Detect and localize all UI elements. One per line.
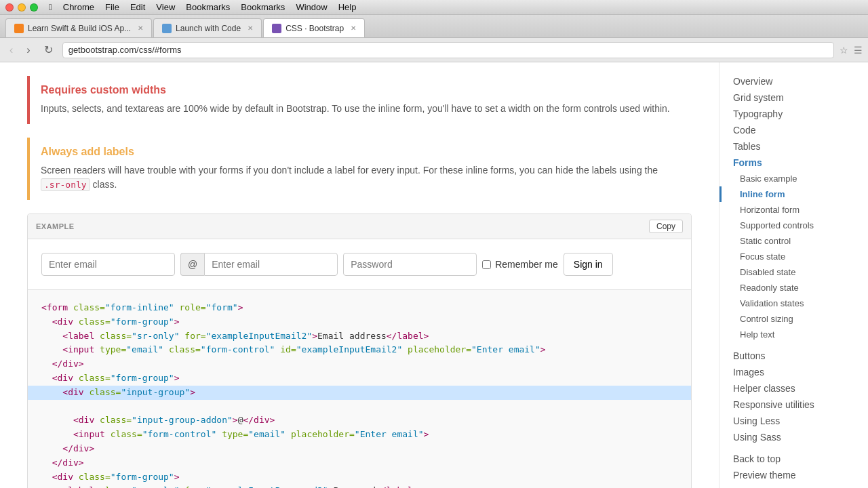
- titlebar:  Chrome File Edit View Bookmarks Bookma…: [0, 0, 868, 15]
- sidebar-item-buttons[interactable]: Buttons: [719, 348, 868, 364]
- example-label-text: EXAMPLE: [36, 222, 75, 230]
- code-line-13: <label class="sr-only" for="exampleInput…: [41, 485, 418, 488]
- close-button[interactable]: [5, 3, 14, 12]
- url-field[interactable]: getbootstrap.com/css/#forms: [62, 42, 834, 58]
- sidebar-item-grid[interactable]: Grid system: [719, 89, 868, 106]
- tab-favicon-launch: [162, 24, 172, 33]
- main-content: Requires custom widths Inputs, selects, …: [0, 62, 719, 488]
- menu-bar:  Chrome File Edit View Bookmarks Bookma…: [49, 2, 356, 12]
- code-line-11: </div>: [41, 458, 84, 468]
- sidebar-item-less[interactable]: Using Less: [719, 413, 868, 429]
- requires-title: Requires custom widths: [41, 84, 681, 96]
- sidebar-item-backtop[interactable]: Back to top: [719, 451, 868, 467]
- url-text: getbootstrap.com/css/#forms: [68, 45, 182, 55]
- sidebar-item-code[interactable]: Code: [719, 122, 868, 138]
- email-input-2[interactable]: [204, 253, 338, 276]
- sidebar-item-overview[interactable]: Overview: [719, 73, 868, 89]
- minimize-button[interactable]: [18, 3, 26, 12]
- example-content: @ Remember me Sign in: [28, 239, 691, 289]
- code-line-2: <div class="form-group">: [41, 317, 180, 327]
- input-group-at: @: [180, 253, 338, 276]
- code-line-6: <div class="form-group">: [41, 373, 180, 383]
- tab-close-launch[interactable]: ✕: [248, 24, 253, 32]
- code-line-1: <form class="form-inline" role="form">: [41, 302, 243, 312]
- always-title: Always add labels: [41, 146, 681, 158]
- code-line-12: <div class="form-group">: [41, 472, 180, 482]
- sidebar: Overview Grid system Typography Code Tab…: [719, 62, 868, 488]
- refresh-button[interactable]: ↻: [40, 42, 57, 58]
- sidebar-item-responsive[interactable]: Responsive utilities: [719, 396, 868, 413]
- tab-close-swift[interactable]: ✕: [138, 24, 143, 32]
- sidebar-item-typography[interactable]: Typography: [719, 106, 868, 122]
- window-menu[interactable]: Window: [296, 2, 327, 12]
- sidebar-item-tables[interactable]: Tables: [719, 138, 868, 155]
- copy-button[interactable]: Copy: [649, 220, 683, 233]
- apple-menu[interactable]: : [49, 2, 52, 12]
- at-addon: @: [180, 253, 204, 276]
- sidebar-item-inline[interactable]: Inline form: [719, 186, 868, 202]
- requires-box: Requires custom widths Inputs, selects, …: [27, 76, 692, 124]
- sidebar-item-images[interactable]: Images: [719, 364, 868, 380]
- password-input[interactable]: [343, 253, 477, 276]
- always-text: Screen readers will have trouble with yo…: [41, 163, 681, 192]
- sign-in-button[interactable]: Sign in: [564, 253, 613, 276]
- code-line-5: </div>: [41, 359, 84, 369]
- tab-label-bootstrap: CSS · Bootstrap: [285, 24, 344, 33]
- code-block: <form class="form-inline" role="form"> <…: [28, 289, 691, 488]
- code-line-7-hl: <div class="input-group">: [28, 386, 691, 400]
- window-controls: [5, 3, 38, 12]
- bookmarks-menu[interactable]: Bookmarks: [241, 2, 285, 12]
- sidebar-item-preview[interactable]: Preview theme: [719, 467, 868, 483]
- file-menu[interactable]: File: [105, 2, 119, 12]
- code-line-9: <input class="form-control" type="email"…: [41, 429, 429, 439]
- help-menu[interactable]: Help: [338, 2, 357, 12]
- sidebar-item-forms[interactable]: Forms: [719, 155, 868, 171]
- sidebar-item-readonly[interactable]: Readonly state: [719, 280, 868, 296]
- remember-checkbox[interactable]: [482, 260, 491, 269]
- tab-bar: Learn Swift & Build iOS Ap... ✕ Launch w…: [0, 15, 868, 38]
- chrome-menu[interactable]: Chrome: [63, 2, 94, 12]
- email-input-1[interactable]: [41, 253, 175, 276]
- remember-text: Remember me: [495, 259, 558, 270]
- sidebar-item-static[interactable]: Static control: [719, 233, 868, 249]
- example-label-bar: EXAMPLE Copy: [28, 214, 691, 239]
- history-menu[interactable]: Bookmarks: [186, 2, 230, 12]
- sidebar-item-supported[interactable]: Supported controls: [719, 218, 868, 233]
- requires-text: Inputs, selects, and textareas are 100% …: [41, 102, 681, 116]
- bookmark-icon[interactable]: ☆: [840, 45, 848, 56]
- code-line-8: <div class="input-group-addon">@</div>: [41, 415, 275, 425]
- remember-label[interactable]: Remember me: [482, 259, 558, 270]
- sidebar-item-sizing[interactable]: Control sizing: [719, 311, 868, 327]
- edit-menu[interactable]: Edit: [130, 2, 145, 12]
- always-box: Always add labels Screen readers will ha…: [27, 138, 692, 200]
- example-box: EXAMPLE Copy @ Remember me Sign in <form…: [27, 214, 692, 488]
- sidebar-item-sass[interactable]: Using Sass: [719, 429, 868, 445]
- tab-label-launch: Launch with Code: [176, 24, 241, 33]
- tab-launch[interactable]: Launch with Code ✕: [153, 18, 262, 37]
- always-code: .sr-only: [41, 178, 90, 191]
- tab-favicon-bootstrap: [272, 24, 281, 33]
- tab-bootstrap[interactable]: CSS · Bootstrap ✕: [263, 18, 365, 37]
- code-line-4: <input type="email" class="form-control"…: [41, 344, 546, 354]
- always-text-after: class.: [90, 179, 117, 190]
- tab-close-bootstrap[interactable]: ✕: [351, 24, 356, 32]
- code-line-3: <label class="sr-only" for="exampleInput…: [41, 331, 429, 341]
- back-button[interactable]: ‹: [5, 43, 17, 58]
- code-line-10: </div>: [41, 443, 94, 453]
- sidebar-item-disabled[interactable]: Disabled state: [719, 264, 868, 280]
- maximize-button[interactable]: [30, 3, 38, 12]
- settings-icon[interactable]: ☰: [854, 45, 863, 56]
- address-bar: ‹ › ↻ getbootstrap.com/css/#forms ☆ ☰: [0, 38, 868, 62]
- sidebar-item-helper[interactable]: Helper classes: [719, 380, 868, 396]
- tab-label-swift: Learn Swift & Build iOS Ap...: [28, 24, 131, 33]
- sidebar-item-horizontal[interactable]: Horizontal form: [719, 202, 868, 218]
- sidebar-item-validation[interactable]: Validation states: [719, 296, 868, 311]
- always-text-before: Screen readers will have trouble with yo…: [41, 165, 658, 176]
- sidebar-item-focus[interactable]: Focus state: [719, 249, 868, 264]
- tab-swift[interactable]: Learn Swift & Build iOS Ap... ✕: [5, 18, 152, 37]
- sidebar-item-basic[interactable]: Basic example: [719, 171, 868, 186]
- tab-favicon-swift: [14, 24, 24, 33]
- forward-button[interactable]: ›: [22, 43, 34, 58]
- view-menu[interactable]: View: [156, 2, 175, 12]
- sidebar-item-help[interactable]: Help text: [719, 327, 868, 342]
